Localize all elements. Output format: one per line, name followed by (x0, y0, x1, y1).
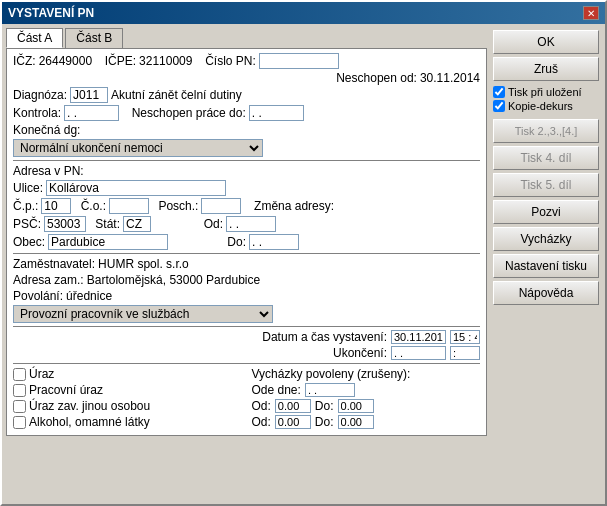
od-input[interactable] (226, 216, 276, 232)
cas-input[interactable] (450, 330, 480, 344)
napoveda-button[interactable]: Nápověda (493, 281, 599, 305)
kontrola-label: Kontrola: (13, 106, 61, 120)
icz-label: IČZ: (13, 54, 36, 68)
pracovni-uraz-checkbox[interactable] (13, 384, 26, 397)
tab-cast-a[interactable]: Část A (6, 28, 63, 48)
close-button[interactable]: ✕ (583, 6, 599, 20)
datum-cas-label: Datum a čas vystavení: (262, 330, 387, 344)
co-input[interactable] (109, 198, 149, 214)
alkohol-row: Alkohol, omamné látky (13, 415, 242, 429)
co-label: Č.o.: (81, 199, 106, 213)
icz-row: IČZ: 26449000 IČPE: 32110009 Číslo PN: (13, 53, 480, 69)
adresa-label: Adresa v PN: (13, 164, 84, 178)
povolani-value: úřednice (66, 289, 112, 303)
vychazky-header-row: Vycházky povoleny (zrušeny): (252, 367, 481, 381)
ulice-row: Ulice: (13, 180, 480, 196)
ukonceni-datum-input[interactable] (391, 346, 446, 360)
tisk-ulozeni-row: Tisk při uložení (493, 86, 599, 98)
zamestnavatel-label: Zaměstnavatel: (13, 257, 95, 271)
injuries-left: Úraz Pracovní úraz Úraz zav. jinou osobo… (13, 367, 242, 431)
obec-row: Obec: Do: (13, 234, 480, 250)
neschopen-prace-do-label: Neschopen práce do: (132, 106, 246, 120)
od-cas2-label: Od: (252, 415, 271, 429)
kontrola-input[interactable] (64, 105, 119, 121)
kontrola-row: Kontrola: Neschopen práce do: (13, 105, 480, 121)
ulice-input[interactable] (46, 180, 226, 196)
kopie-dekurs-label: Kopie-dekurs (508, 100, 573, 112)
od-cas2-input[interactable] (275, 415, 311, 429)
neschopen-od-label: Neschopen od: (336, 71, 417, 85)
povolani-label: Povolání: (13, 289, 63, 303)
psc-input[interactable] (44, 216, 86, 232)
pozvi-button[interactable]: Pozvi (493, 200, 599, 224)
injuries-section: Úraz Pracovní úraz Úraz zav. jinou osobo… (13, 367, 480, 431)
diagnoza-text: Akutní zánět čelní dutiny (111, 88, 242, 102)
uraz-label: Úraz (29, 367, 54, 381)
ode-dne-label: Ode dne: (252, 383, 301, 397)
diagnoza-row: Diagnóza: Akutní zánět čelní dutiny (13, 87, 480, 103)
uraz-jinou-checkbox[interactable] (13, 400, 26, 413)
do-cas2-input[interactable] (338, 415, 374, 429)
icpe-value: 32110009 (139, 54, 192, 68)
neschopen-od-row: Neschopen od: 30.11.2014 (13, 71, 480, 85)
adresa-header-row: Adresa v PN: (13, 164, 480, 178)
kopie-dekurs-checkbox[interactable] (493, 100, 505, 112)
vychazky-cas1-row: Od: Do: (252, 399, 481, 413)
tisk234-button[interactable]: Tisk 2.,3.,[4.] (493, 119, 599, 143)
ok-button[interactable]: OK (493, 30, 599, 54)
obec-label: Obec: (13, 235, 45, 249)
do-input[interactable] (249, 234, 299, 250)
uraz-checkbox[interactable] (13, 368, 26, 381)
diagnoza-code-input[interactable] (70, 87, 108, 103)
psc-row: PSČ: Stát: Od: (13, 216, 480, 232)
vychazky-button[interactable]: Vycházky (493, 227, 599, 251)
od-label: Od: (204, 217, 223, 231)
ode-dne-input[interactable] (305, 383, 355, 397)
zamestnavatel-value: HUMR spol. s.r.o (98, 257, 189, 271)
uraz-jinou-label: Úraz zav. jinou osobou (29, 399, 150, 413)
tisk5-button[interactable]: Tisk 5. díl (493, 173, 599, 197)
psc-label: PSČ: (13, 217, 41, 231)
ukonceni-label: Ukončení: (333, 346, 387, 360)
uraz-jinou-row: Úraz zav. jinou osobou (13, 399, 242, 413)
icz-value: 26449000 (39, 54, 92, 68)
tab-cast-b[interactable]: Část B (65, 28, 123, 48)
icpe-label: IČPE: (105, 54, 136, 68)
neschopen-prace-do-input[interactable] (249, 105, 304, 121)
vychazky-povoleny-label: Vycházky povoleny (zrušeny): (252, 367, 411, 381)
posch-input[interactable] (201, 198, 241, 214)
datum-input[interactable] (391, 330, 446, 344)
konecna-dg-label: Konečná dg: (13, 123, 80, 137)
alkohol-checkbox[interactable] (13, 416, 26, 429)
adresa-zam-row: Adresa zam.: Bartolomějská, 53000 Pardub… (13, 273, 480, 287)
do-label: Do: (227, 235, 246, 249)
posch-label: Posch.: (158, 199, 198, 213)
stat-input[interactable] (123, 216, 151, 232)
zrus-button[interactable]: Zruš (493, 57, 599, 81)
od-cas-input[interactable] (275, 399, 311, 413)
do-cas2-label: Do: (315, 415, 334, 429)
ode-dne-row: Ode dne: (252, 383, 481, 397)
zmena-adresy-label: Změna adresy: (254, 199, 334, 213)
povolani-row: Povolání: úřednice (13, 289, 480, 303)
ukonceni-cas-input[interactable] (450, 346, 480, 360)
cp-input[interactable] (41, 198, 71, 214)
main-content: Část A Část B IČZ: 26449000 IČPE: 321100… (2, 24, 605, 506)
tisk4-button[interactable]: Tisk 4. díl (493, 146, 599, 170)
left-panel: Část A Část B IČZ: 26449000 IČPE: 321100… (6, 28, 487, 504)
obec-input[interactable] (48, 234, 168, 250)
tisk-ulozeni-checkbox[interactable] (493, 86, 505, 98)
provozni-select[interactable]: Provozní pracovník ve službách (13, 305, 273, 323)
cislo-pn-input[interactable] (259, 53, 339, 69)
nastaveni-tisku-button[interactable]: Nastavení tisku (493, 254, 599, 278)
window-title: VYSTAVENÍ PN (8, 6, 94, 20)
do-cas-input[interactable] (338, 399, 374, 413)
adresa-zam-value: Bartolomějská, 53000 Pardubice (87, 273, 260, 287)
konecna-dg-select[interactable]: Normální ukončení nemoci (13, 139, 263, 157)
injuries-right: Vycházky povoleny (zrušeny): Ode dne: Od… (252, 367, 481, 431)
od-cas-label: Od: (252, 399, 271, 413)
kopie-dekurs-row: Kopie-dekurs (493, 100, 599, 112)
do-cas-label: Do: (315, 399, 334, 413)
stat-label: Stát: (95, 217, 120, 231)
ukonceni-row: Ukončení: (13, 346, 480, 360)
